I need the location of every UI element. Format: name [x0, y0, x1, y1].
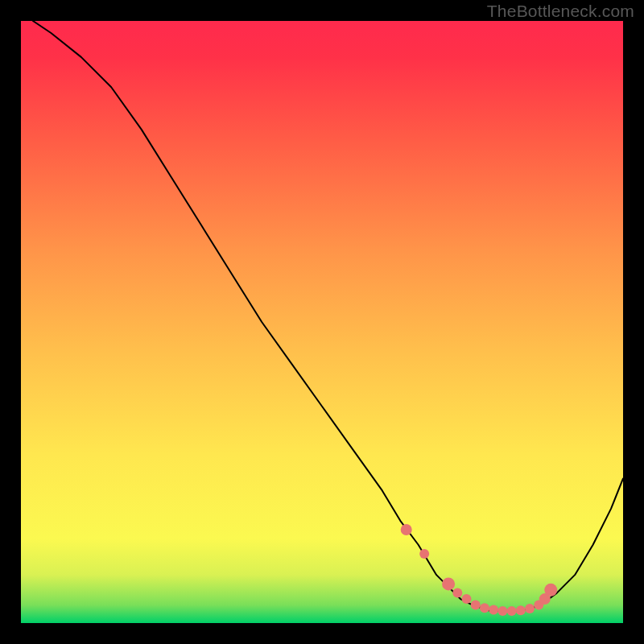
chart-container: TheBottleneck.com — [0, 0, 644, 644]
data-marker — [489, 605, 498, 615]
data-marker — [419, 549, 429, 559]
data-marker — [442, 577, 455, 590]
chart-svg — [21, 21, 623, 623]
data-marker — [480, 603, 489, 613]
data-marker — [507, 606, 517, 616]
data-marker — [516, 605, 526, 615]
data-marker — [471, 601, 481, 610]
data-marker — [462, 594, 472, 604]
data-marker — [525, 604, 535, 613]
watermark-text: TheBottleneck.com — [487, 2, 634, 21]
gradient-background — [21, 21, 623, 623]
plot-area — [21, 21, 623, 623]
data-marker — [544, 584, 557, 597]
data-marker — [401, 524, 412, 535]
data-marker — [452, 588, 462, 598]
data-marker — [497, 606, 507, 616]
